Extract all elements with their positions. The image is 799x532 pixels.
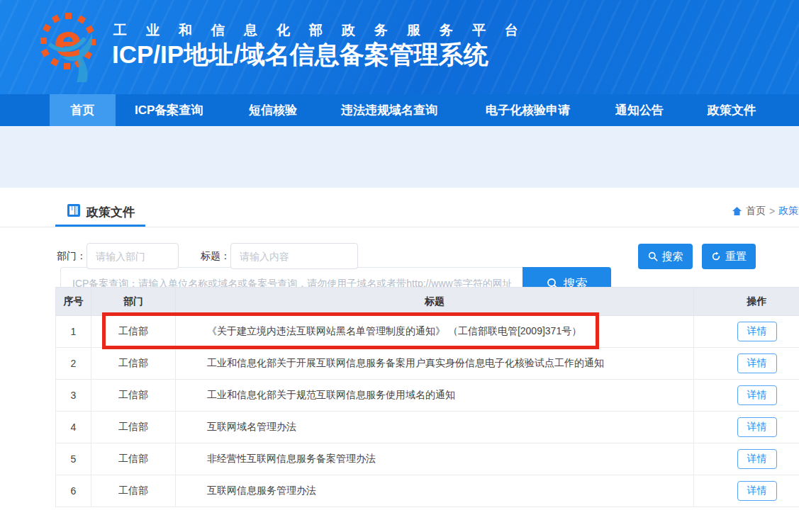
detail-button[interactable]: 详情 bbox=[737, 322, 777, 341]
col-header-title: 标题 bbox=[176, 288, 694, 316]
filter-reset-label: 重置 bbox=[725, 250, 747, 264]
detail-button[interactable]: 详情 bbox=[737, 417, 777, 437]
cell-dept: 工信部 bbox=[91, 380, 176, 412]
cell-no: 3 bbox=[56, 380, 91, 412]
detail-button[interactable]: 详情 bbox=[737, 353, 777, 373]
miit-gear-logo-icon: e bbox=[40, 11, 96, 82]
cell-title: 互联网信息服务管理办法 bbox=[176, 475, 694, 507]
nav-item-home[interactable]: 首页 bbox=[50, 94, 116, 126]
cell-no: 5 bbox=[56, 443, 91, 475]
col-header-no: 序号 bbox=[56, 288, 91, 316]
title-filter-label: 标题： bbox=[201, 250, 230, 263]
nav-item-icp-query[interactable]: ICP备案查询 bbox=[135, 94, 203, 126]
cell-title: 互联网域名管理办法 bbox=[176, 412, 694, 443]
svg-text:e: e bbox=[54, 16, 83, 66]
cell-dept: 工信部 bbox=[91, 475, 176, 507]
col-header-dept: 部门 bbox=[91, 288, 176, 316]
filter-reset-button[interactable]: 重置 bbox=[702, 244, 756, 269]
table-row: 5 工信部 非经营性互联网信息服务备案管理办法 详情 bbox=[56, 443, 799, 475]
detail-button[interactable]: 详情 bbox=[737, 385, 777, 405]
filter-search-label: 搜索 bbox=[662, 250, 683, 264]
breadcrumb: 首页 > 政策文件 bbox=[732, 205, 799, 217]
search-icon bbox=[648, 251, 658, 261]
table-row: 1 工信部 《关于建立境内违法互联网站黑名单管理制度的通知》 （工信部联电管[2… bbox=[56, 316, 799, 348]
table-row: 3 工信部 工业和信息化部关于规范互联网信息服务使用域名的通知 详情 bbox=[56, 380, 799, 412]
icp-search-section: 搜索 网站 APP 小程序 快应用 bbox=[0, 126, 799, 188]
nav-item-sms-verify[interactable]: 短信核验 bbox=[249, 94, 297, 126]
nav-item-illegal-domain-query[interactable]: 违法违规域名查询 bbox=[341, 94, 437, 126]
cell-no: 6 bbox=[56, 475, 91, 507]
cell-title: 《关于建立境内违法互联网站黑名单管理制度的通知》 （工信部联电管[2009]37… bbox=[176, 316, 694, 348]
cell-title: 工业和信息化部关于开展互联网信息服务备案用户真实身份信息电子化核验试点工作的通知 bbox=[176, 348, 694, 380]
table-row: 2 工信部 工业和信息化部关于开展互联网信息服务备案用户真实身份信息电子化核验试… bbox=[56, 348, 799, 380]
nav-item-notices[interactable]: 通知公告 bbox=[615, 94, 664, 126]
nav-item-policy-files[interactable]: 政策文件 bbox=[708, 94, 756, 126]
breadcrumb-separator: > bbox=[769, 205, 775, 217]
cell-no: 2 bbox=[56, 348, 91, 380]
table-row: 6 工信部 互联网信息服务管理办法 详情 bbox=[56, 475, 799, 507]
cell-dept: 工信部 bbox=[91, 316, 176, 348]
table-row: 4 工信部 互联网域名管理办法 详情 bbox=[56, 412, 799, 443]
platform-name: 工业和信息化部政务服务平台 bbox=[113, 21, 537, 40]
detail-button[interactable]: 详情 bbox=[737, 449, 777, 469]
filter-search-button[interactable]: 搜索 bbox=[638, 244, 693, 269]
cell-no: 4 bbox=[56, 412, 91, 443]
reset-icon bbox=[711, 251, 721, 261]
cell-title: 工业和信息化部关于规范互联网信息服务使用域名的通知 bbox=[176, 380, 694, 412]
dept-filter-label: 部门： bbox=[57, 250, 86, 263]
breadcrumb-current[interactable]: 政策文件 bbox=[778, 205, 799, 217]
section-title: 政策文件 bbox=[86, 204, 135, 220]
breadcrumb-home[interactable]: 首页 bbox=[746, 205, 766, 217]
book-icon bbox=[67, 203, 81, 217]
cell-title: 非经营性互联网信息服务备案管理办法 bbox=[176, 443, 694, 475]
cell-dept: 工信部 bbox=[91, 348, 176, 380]
section-divider bbox=[0, 227, 799, 227]
nav-item-e-verify-apply[interactable]: 电子化核验申请 bbox=[486, 94, 570, 126]
detail-button[interactable]: 详情 bbox=[737, 481, 777, 501]
policy-files-table: 序号 部门 标题 操作 1 工信部 《关于建立境内违法互联网站黑名单管理制度的通… bbox=[55, 287, 799, 507]
title-filter-input[interactable] bbox=[230, 243, 358, 269]
main-nav: 首页 ICP备案查询 短信核验 违法违规域名查询 电子化核验申请 通知公告 政策… bbox=[0, 94, 799, 126]
dept-filter-input[interactable] bbox=[86, 243, 179, 269]
cell-dept: 工信部 bbox=[91, 443, 176, 475]
table-header-row: 序号 部门 标题 操作 bbox=[56, 288, 799, 316]
app-header: e 工业和信息化部政务服务平台 ICP/IP地址/域名信息备案管理系统 bbox=[0, 0, 799, 94]
cell-no: 1 bbox=[56, 316, 91, 348]
home-icon bbox=[732, 206, 742, 216]
system-title: ICP/IP地址/域名信息备案管理系统 bbox=[112, 38, 488, 72]
col-header-action: 操作 bbox=[694, 288, 799, 316]
cell-dept: 工信部 bbox=[91, 412, 176, 443]
